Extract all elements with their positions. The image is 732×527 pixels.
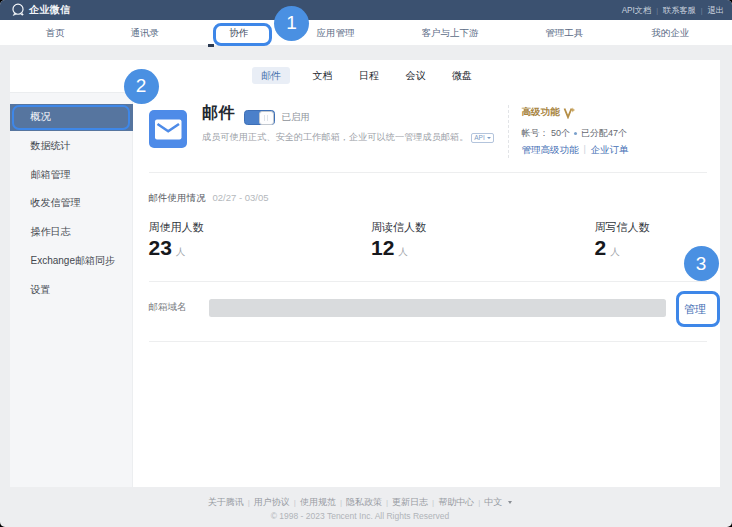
footer: 关于腾讯 | 用户协议 | 使用规范 | 隐私政策 | 更新日志 | 帮助中心 …	[0, 496, 720, 522]
wechat-work-logo-icon	[10, 2, 26, 18]
toggle-knob	[259, 111, 275, 126]
premium-v-sparkle-icon	[563, 107, 576, 119]
sidebar-item-settings[interactable]: 设置	[10, 277, 133, 304]
footer-separator: |	[340, 498, 342, 507]
api-dropdown-badge[interactable]: API	[471, 133, 494, 144]
premium-title: 高级功能	[522, 106, 560, 119]
topbar-separator: |	[656, 7, 658, 14]
tab-docs[interactable]: 文档	[312, 67, 332, 84]
annotation-circle-1: 1	[274, 6, 309, 41]
stat-value: 2	[595, 236, 607, 259]
sidebar-item-statistics[interactable]: 数据统计	[10, 133, 133, 160]
stat-label: 周使用人数	[149, 221, 204, 234]
tab-meeting[interactable]: 会议	[406, 67, 426, 84]
premium-links: 管理高级功能 | 企业订单	[522, 143, 629, 156]
tab-mail[interactable]: 邮件	[252, 67, 290, 84]
topbar-links: API文档 | 联系客服 | 退出	[622, 0, 724, 20]
divider	[149, 281, 708, 282]
topbar-link-api-docs[interactable]: API文档	[622, 5, 652, 16]
logo-text: 企业微信	[29, 3, 70, 17]
usage-section-label: 邮件使用情况	[149, 191, 206, 204]
dotted-divider	[508, 105, 509, 158]
logo[interactable]: 企业微信	[10, 0, 70, 20]
nav-item-apps[interactable]: 应用管理	[317, 20, 355, 45]
footer-link-help[interactable]: 帮助中心	[438, 496, 474, 509]
footer-link-privacy[interactable]: 隐私政策	[346, 496, 382, 509]
stat-value: 12	[371, 236, 394, 259]
annotation-circle-2: 2	[124, 69, 159, 104]
nav-item-my-company[interactable]: 我的企业	[651, 20, 689, 45]
footer-link-rules[interactable]: 使用规范	[300, 496, 336, 509]
nav-item-customers[interactable]: 客户与上下游	[422, 20, 479, 45]
active-nav-underline	[208, 44, 214, 47]
dot-separator	[574, 132, 577, 135]
link-separator: |	[584, 143, 586, 156]
footer-separator: |	[432, 498, 434, 507]
sidebar: 概况 数据统计 邮箱管理 收发信管理 操作日志 Exchange邮箱同步 设置	[10, 92, 133, 487]
tab-drive[interactable]: 微盘	[452, 67, 472, 84]
stat-weekly-users: 周使用人数 23 人	[149, 221, 204, 259]
sidebar-item-operation-log[interactable]: 操作日志	[10, 219, 133, 246]
nav-item-home[interactable]: 首页	[45, 20, 64, 45]
stat-unit: 人	[176, 246, 186, 259]
nav-item-contacts[interactable]: 通讯录	[130, 20, 159, 45]
nav-item-admin-tools[interactable]: 管理工具	[545, 20, 583, 45]
topbar-link-contact-support[interactable]: 联系客服	[663, 5, 696, 16]
stat-label: 周读信人数	[371, 221, 426, 234]
sidebar-item-mailbox-admin[interactable]: 邮箱管理	[10, 162, 133, 189]
company-orders-link[interactable]: 企业订单	[591, 143, 629, 156]
footer-link-changelog[interactable]: 更新日志	[392, 496, 428, 509]
topbar: 企业微信 API文档 | 联系客服 | 退出	[0, 0, 732, 20]
sidebar-item-exchange-sync[interactable]: Exchange邮箱同步	[10, 248, 133, 275]
caret-down-icon	[508, 501, 512, 504]
tab-schedule[interactable]: 日程	[359, 67, 379, 84]
manage-premium-link[interactable]: 管理高级功能	[522, 143, 579, 156]
stat-unit: 人	[610, 246, 620, 259]
annotation-box-1	[213, 23, 273, 46]
annotation-circle-3: 3	[684, 246, 719, 281]
mail-enabled-toggle[interactable]	[244, 110, 275, 125]
language-selector[interactable]: 中文	[484, 496, 502, 509]
mail-domain-label: 邮箱域名	[149, 301, 187, 313]
divider	[149, 172, 708, 173]
footer-separator: |	[294, 498, 296, 507]
feature-status-label: 已启用	[282, 111, 311, 123]
topbar-separator: |	[701, 7, 703, 14]
usage-date-range: 02/27 - 03/05	[213, 191, 269, 204]
accounts-assigned: 已分配47个	[581, 127, 627, 140]
stat-unit: 人	[398, 246, 408, 259]
chevron-down-icon	[487, 137, 491, 139]
sidebar-item-send-receive[interactable]: 收发信管理	[10, 190, 133, 217]
premium-accounts-line: 帐号： 50个 已分配47个	[522, 127, 628, 140]
accounts-count: 帐号： 50个	[522, 127, 571, 140]
feature-description: 成员可使用正式、安全的工作邮箱，企业可以统一管理成员邮箱。	[202, 130, 468, 144]
usage-section-head: 邮件使用情况 02/27 - 03/05	[149, 191, 269, 204]
annotation-box-2	[12, 105, 131, 130]
stat-label: 周写信人数	[595, 221, 650, 234]
footer-link-terms[interactable]: 用户协议	[254, 496, 290, 509]
premium-title-row: 高级功能	[522, 106, 576, 120]
copyright: © 1998 - 2023 Tencent Inc. All Rights Re…	[0, 511, 720, 522]
footer-links: 关于腾讯 | 用户协议 | 使用规范 | 隐私政策 | 更新日志 | 帮助中心 …	[0, 496, 720, 508]
annotation-box-3	[676, 291, 720, 328]
footer-separator: |	[248, 498, 250, 507]
app-window: 企业微信 API文档 | 联系客服 | 退出 首页 通讯录 协作 应用管理 客户…	[0, 0, 732, 527]
stat-weekly-writers: 周写信人数 2 人	[595, 221, 650, 259]
stat-weekly-readers: 周读信人数 12 人	[371, 221, 426, 259]
mail-icon	[149, 110, 187, 148]
redacted-domain-value	[209, 299, 666, 317]
api-badge-label: API	[474, 134, 484, 142]
feature-title: 邮件	[202, 104, 235, 122]
footer-separator: |	[386, 498, 388, 507]
footer-link-about[interactable]: 关于腾讯	[208, 496, 244, 509]
divider	[149, 341, 708, 342]
topbar-link-logout[interactable]: 退出	[708, 5, 724, 16]
footer-separator: |	[478, 498, 480, 507]
stat-value: 23	[149, 236, 172, 259]
primary-nav: 首页 通讯录 协作 应用管理 客户与上下游 管理工具 我的企业	[0, 20, 732, 45]
